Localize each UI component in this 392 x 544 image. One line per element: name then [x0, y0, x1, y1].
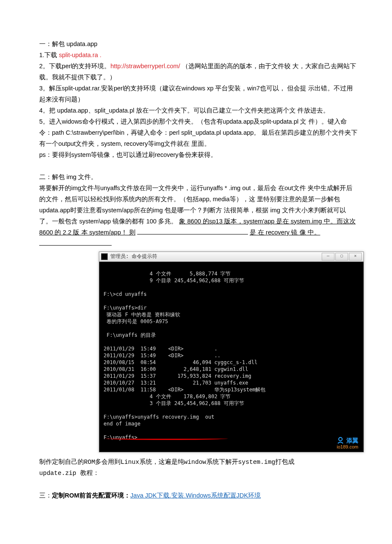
- step-4: 4。把 updata.app、split_updata.pl 放在一个文件夹下。…: [39, 105, 358, 116]
- cmd-titlebar: 管理员: 命令提示符 — ▢ ✕: [99, 252, 363, 262]
- term-line: 9 个目录 245,454,962,688 可用字节: [104, 278, 244, 284]
- strawberryperl-link[interactable]: http://strawberryperl.com/: [110, 63, 180, 69]
- blank-underline: [137, 228, 248, 234]
- step-5: 5。进入widows命令行模式，进入第四步的那个文件夹。（包含有updata.a…: [39, 116, 358, 149]
- watermark-sub: io189.com: [337, 444, 358, 450]
- term-line: 2011/01/08 11:58 <DIR> 华为sp13system解包: [104, 387, 265, 393]
- term-line: 4 个文件 178,649,802 字节: [104, 394, 231, 399]
- term-line: 2010/10/27 13:21 21,703 unyaffs.exe: [104, 380, 248, 386]
- step-1-prefix: 1.下载: [39, 52, 59, 58]
- term-line: 2010/08/15 08:54 46,094 cyggcc_s-1.dll: [104, 359, 257, 365]
- close-button[interactable]: ✕: [349, 253, 362, 260]
- red-underline-annotation: [104, 437, 228, 440]
- term-line: F:\unyaffs>dir: [104, 305, 147, 311]
- minimize-button[interactable]: —: [322, 253, 334, 260]
- section-2-heading: 二：解包 img 文件。: [39, 171, 358, 182]
- watermark-logo: 添翼: [336, 437, 358, 444]
- section-3-bold: 定制ROM前首先配置环境：: [52, 492, 130, 499]
- section-3-prefix: 三：: [39, 492, 52, 499]
- cmd-title: 管理员: 命令提示符: [110, 254, 157, 260]
- ps-note: ps：要得到system等镜像，也可以通过刷recovery备份来获得。: [39, 149, 358, 160]
- term-line: 驱动器 F 中的卷是 资料和缘软: [104, 312, 180, 318]
- svg-point-0: [339, 437, 342, 441]
- document-page: 一：解包 updata.app 1.下载 split-updata.ra . 2…: [0, 0, 392, 527]
- cmd-terminal: 4 个文件 5,888,774 字节 9 个目录 245,454,962,688…: [99, 262, 363, 452]
- term-line: 2011/01/29 15:49 <DIR> .: [104, 346, 217, 352]
- term-line: 2011/01/29 15:37 175,933,824 recovery.im…: [104, 373, 251, 379]
- term-line: 2011/01/29 15:49 <DIR> ..: [104, 353, 221, 359]
- jdk-config-link[interactable]: Java JDK下载.安装.Windows系统配置JDK环境: [130, 492, 261, 499]
- term-line: F:\unyaffs 的目录: [104, 332, 156, 338]
- section-2-body: 将要解开的img文件与unyaffs文件放在同一文件夹中，运行unyaffs *…: [39, 182, 358, 249]
- cmd-screenshot: 管理员: 命令提示符 — ▢ ✕ 4 个文件 5,888,774 字节 9 个目…: [99, 252, 364, 452]
- split-updata-filename: split-updata.ra .: [59, 52, 101, 58]
- section-2b-line1: 制作定制自己的ROM多会用到Linux系统，这遍是纯window系统下解开sys…: [39, 457, 358, 468]
- maximize-button[interactable]: ▢: [335, 253, 348, 260]
- term-line: 3 个目录 245,454,962,688 可用字节: [104, 400, 244, 406]
- term-line: F:\>cd unyaffs: [104, 291, 147, 297]
- section-3: 三：定制ROM前首先配置环境：Java JDK下载.安装.Windows系统配置…: [39, 490, 358, 501]
- blank-underline-2: [39, 239, 112, 246]
- window-buttons: — ▢ ✕: [322, 253, 362, 260]
- cmd-icon: [101, 253, 108, 260]
- section-2b-line2: update.zip 教程：: [39, 468, 358, 479]
- watermark-text: 添翼: [346, 437, 358, 444]
- blank-line: [39, 479, 358, 490]
- term-line: end of image: [104, 421, 141, 427]
- term-line: 4 个文件 5,888,774 字节: [104, 271, 231, 277]
- section-2-underline-2: 是 在 recovery 镜 像 中。: [250, 229, 320, 236]
- step-2: 2。下载perl的支持环境。http://strawberryperl.com/…: [39, 61, 358, 83]
- term-line: 卷的序列号是 0005-A975: [104, 318, 168, 324]
- step-1: 1.下载 split-updata.ra .: [39, 49, 358, 61]
- watermark-icon: [336, 437, 345, 444]
- section-1-heading: 一：解包 updata.app: [39, 38, 358, 49]
- term-line: F:\unyaffs>unyaffs recovery.img out: [104, 414, 214, 420]
- step-3: 3。解压split-updat.rar.安装perl的支持环境（建议在windo…: [39, 83, 358, 105]
- step-2-prefix: 2。下载perl的支持环境。: [39, 63, 110, 69]
- term-line: 2010/08/31 16:00 2,648,181 cygwin1.dll: [104, 366, 248, 372]
- blank-line: [39, 160, 358, 171]
